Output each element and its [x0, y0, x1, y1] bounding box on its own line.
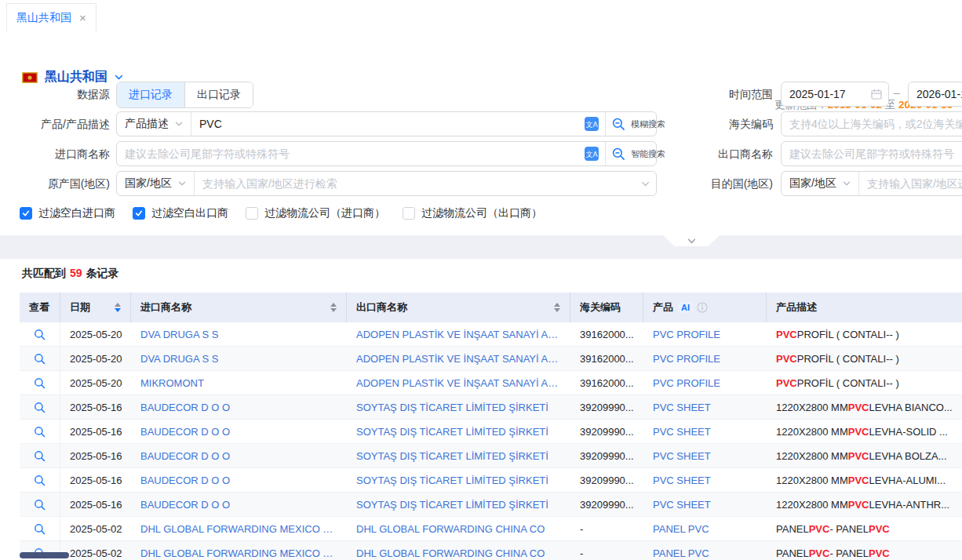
- filter-checkbox[interactable]: 过滤物流公司（进口商）: [246, 206, 385, 220]
- checkbox-checked-icon[interactable]: [133, 207, 145, 220]
- view-record-button[interactable]: [20, 493, 60, 516]
- tab-close-icon[interactable]: ×: [79, 11, 86, 24]
- exporter-cell-text[interactable]: DHL GLOBAL FORWARDING CHINA CO: [356, 547, 545, 559]
- column-header-date[interactable]: 日期: [60, 293, 131, 322]
- highlighted-keyword: PVC: [848, 450, 869, 462]
- hs-code-cell-text: 39209990...: [580, 499, 634, 511]
- time-range-start[interactable]: [781, 82, 889, 107]
- hs-code-field[interactable]: [781, 111, 962, 136]
- results-summary: 共匹配到59条记录: [22, 267, 119, 281]
- product-cell: PVC SHEET: [643, 468, 767, 492]
- dest-country-input[interactable]: [859, 177, 962, 190]
- checkbox-checked-icon[interactable]: [20, 207, 32, 220]
- product-cell-text[interactable]: PVC SHEET: [653, 426, 711, 438]
- view-record-button[interactable]: [20, 371, 60, 395]
- horizontal-scrollbar-thumb[interactable]: [20, 552, 69, 558]
- importer-cell-text[interactable]: BAUDECOR D O O: [140, 475, 230, 486]
- exporter-cell-text[interactable]: SOYTAŞ DIŞ TİCARET LİMİTED ŞİRKETİ: [356, 450, 548, 462]
- description-text: 1220X2800 MM: [776, 402, 848, 413]
- checkbox-unchecked-icon[interactable]: [403, 207, 415, 220]
- time-range-end-input[interactable]: [909, 88, 962, 100]
- importer-input[interactable]: [117, 147, 578, 160]
- table-row: 2025-05-16BAUDECOR D O OSOYTAŞ DIŞ TİCAR…: [20, 493, 962, 517]
- fuzzy-search-button[interactable]: 模糊搜索: [606, 118, 656, 131]
- dest-country-select[interactable]: 国家/地区: [782, 176, 858, 191]
- date-cell-text: 2025-05-16: [70, 475, 122, 486]
- highlighted-keyword: PVC: [776, 377, 797, 389]
- time-range-end[interactable]: [908, 82, 962, 107]
- product-cell-text[interactable]: PVC PROFILE: [653, 377, 720, 389]
- checkbox-unchecked-icon[interactable]: [246, 207, 258, 220]
- data-source-option[interactable]: 进口记录: [117, 82, 184, 107]
- product-type-select[interactable]: 产品描述: [117, 117, 191, 131]
- chevron-down-icon[interactable]: [115, 73, 123, 82]
- importer-cell-text[interactable]: DHL GLOBAL FORWARDING MEXICO S A: [140, 547, 337, 559]
- column-header-importer[interactable]: 进口商名称: [131, 293, 347, 322]
- exporter-cell-text[interactable]: ADOPEN PLASTİK VE İNŞAAT SANAYİ ANO...: [356, 353, 561, 365]
- product-cell-text[interactable]: PVC SHEET: [653, 402, 711, 413]
- sort-carets-icon[interactable]: [108, 303, 121, 312]
- description-cell: PANEL PVC - PANEL PVC: [767, 517, 962, 540]
- product-cell-text[interactable]: PVC PROFILE: [653, 353, 720, 365]
- table-row: 2025-05-16BAUDECOR D O OSOYTAŞ DIŞ TİCAR…: [20, 468, 962, 493]
- importer-cell: BAUDECOR D O O: [131, 468, 347, 492]
- data-source-option[interactable]: 出口记录: [184, 82, 253, 107]
- view-record-button[interactable]: [20, 444, 60, 467]
- magnifier-icon: [34, 329, 46, 340]
- column-header-exporter[interactable]: 出口商名称: [347, 293, 570, 322]
- translate-icon[interactable]: 文A: [578, 147, 605, 161]
- view-record-button[interactable]: [20, 347, 60, 370]
- collapse-filters-button[interactable]: [663, 235, 720, 246]
- importer-cell-text[interactable]: DVA DRUGA S S: [140, 329, 218, 340]
- column-label: 查看: [29, 300, 49, 315]
- importer-cell-text[interactable]: MIKROMONT: [140, 377, 204, 389]
- filter-checkbox[interactable]: 过滤物流公司（出口商）: [403, 206, 542, 220]
- hs-code-input[interactable]: [782, 118, 962, 130]
- product-cell-text[interactable]: PVC PROFILE: [653, 329, 720, 340]
- translate-icon[interactable]: 文A: [578, 117, 605, 131]
- sort-carets-icon[interactable]: [324, 303, 337, 312]
- view-record-button[interactable]: [20, 322, 60, 346]
- hs-code-cell: -: [570, 517, 643, 540]
- view-record-button[interactable]: [20, 395, 60, 419]
- info-circle-icon[interactable]: [697, 302, 708, 313]
- exporter-field[interactable]: [781, 141, 962, 166]
- filter-checkbox[interactable]: 过滤空白出口商: [133, 206, 228, 220]
- description-text: LEVHA BOLZA...: [869, 450, 947, 462]
- importer-cell-text[interactable]: BAUDECOR D O O: [140, 450, 230, 462]
- exporter-cell-text[interactable]: ADOPEN PLASTİK VE İNŞAAT SANAYİ ANO...: [356, 329, 561, 340]
- exporter-cell-text[interactable]: SOYTAŞ DIŞ TİCARET LİMİTED ŞİRKETİ: [356, 402, 548, 413]
- importer-cell-text[interactable]: BAUDECOR D O O: [140, 426, 230, 438]
- view-record-button[interactable]: [20, 468, 60, 492]
- importer-cell-text[interactable]: BAUDECOR D O O: [140, 499, 230, 511]
- highlighted-keyword: PVC: [848, 426, 869, 438]
- product-cell: PVC PROFILE: [643, 347, 767, 370]
- origin-country-select[interactable]: 国家/地区: [117, 176, 194, 191]
- importer-cell-text[interactable]: BAUDECOR D O O: [140, 402, 230, 413]
- importer-cell-text[interactable]: DHL GLOBAL FORWARDING MEXICO S A: [140, 523, 337, 535]
- product-cell-text[interactable]: PANEL PVC: [653, 523, 709, 535]
- view-record-button[interactable]: [20, 517, 60, 540]
- exporter-cell-text[interactable]: SOYTAŞ DIŞ TİCARET LİMİTED ŞİRKETİ: [356, 499, 548, 511]
- importer-cell: BAUDECOR D O O: [131, 420, 347, 443]
- product-cell-text[interactable]: PANEL PVC: [653, 547, 709, 559]
- view-record-button[interactable]: [20, 420, 60, 443]
- date-cell: 2025-05-20: [60, 322, 131, 346]
- product-cell-text[interactable]: PVC SHEET: [653, 475, 711, 486]
- exporter-cell-text[interactable]: SOYTAŞ DIŞ TİCARET LİMİTED ŞİRKETİ: [356, 475, 548, 486]
- product-cell-text[interactable]: PVC SHEET: [653, 499, 711, 511]
- exporter-input[interactable]: [782, 147, 962, 160]
- time-range-start-input[interactable]: [782, 88, 865, 100]
- origin-country-input[interactable]: [195, 177, 635, 190]
- sort-carets-icon[interactable]: [548, 303, 560, 312]
- exporter-cell-text[interactable]: DHL GLOBAL FORWARDING CHINA CO: [356, 523, 545, 535]
- product-cell-text[interactable]: PVC SHEET: [653, 450, 711, 462]
- filter-checkbox[interactable]: 过滤空白进口商: [20, 206, 115, 220]
- exporter-cell-text[interactable]: ADOPEN PLASTİK VE İNŞAAT SANAYİ ANO...: [356, 377, 561, 389]
- smart-search-button[interactable]: 智能搜索: [606, 147, 656, 161]
- tab-montenegro[interactable]: 黑山共和国 ×: [6, 3, 97, 31]
- product-search-input[interactable]: [191, 118, 578, 130]
- exporter-cell-text[interactable]: SOYTAŞ DIŞ TİCARET LİMİTED ŞİRKETİ: [356, 426, 548, 438]
- importer-cell-text[interactable]: DVA DRUGA S S: [140, 353, 218, 365]
- time-range-label: 时间范围: [663, 82, 773, 107]
